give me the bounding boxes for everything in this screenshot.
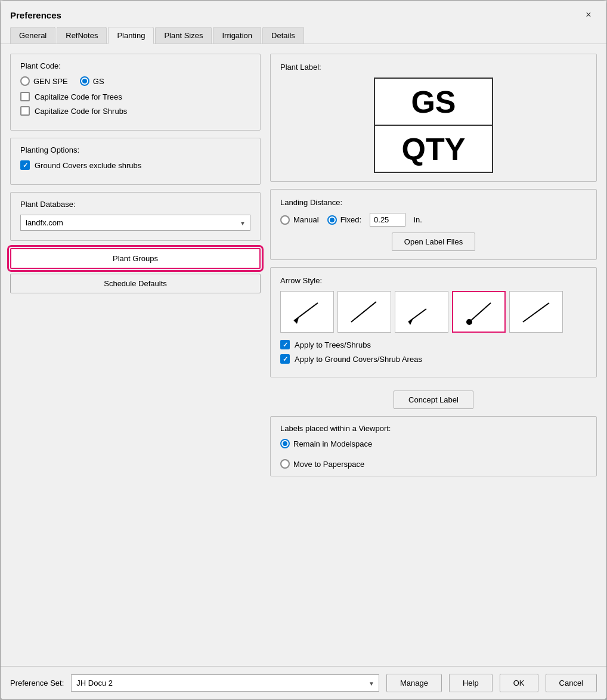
tab-general[interactable]: General bbox=[10, 27, 55, 44]
manual-option[interactable]: Manual bbox=[280, 215, 319, 225]
plant-label-title: Plant Label: bbox=[280, 63, 587, 72]
plant-code-section: Plant Code: GEN SPE GS Capitalize Code f… bbox=[10, 54, 261, 131]
capitalize-shrubs-label: Capitalize Code for Shrubs bbox=[35, 107, 127, 116]
tab-details[interactable]: Details bbox=[262, 27, 304, 44]
svg-line-7 bbox=[523, 303, 549, 322]
main-content: Plant Code: GEN SPE GS Capitalize Code f… bbox=[1, 44, 606, 666]
arrow-style-4[interactable] bbox=[452, 291, 506, 333]
landing-distance-row: Manual Fixed: in. bbox=[280, 213, 587, 227]
plant-label-preview: GS QTY bbox=[374, 78, 493, 173]
move-option[interactable]: Move to Paperspace bbox=[280, 459, 587, 469]
plant-code-radio-group: GEN SPE GS bbox=[20, 76, 250, 86]
apply-trees-option[interactable]: Apply to Trees/Shrubs bbox=[280, 340, 587, 349]
svg-line-5 bbox=[469, 303, 491, 322]
capitalize-shrubs-checkbox[interactable] bbox=[20, 106, 30, 116]
capitalize-trees-label: Capitalize Code for Trees bbox=[35, 92, 122, 101]
manage-button[interactable]: Manage bbox=[386, 674, 442, 692]
bottom-bar: Preference Set: JH Docu 2 Manage Help OK… bbox=[1, 666, 606, 699]
svg-line-2 bbox=[351, 302, 376, 322]
apply-trees-label: Apply to Trees/Shrubs bbox=[295, 340, 371, 349]
concept-label-button[interactable]: Concept Label bbox=[394, 391, 473, 409]
fixed-option[interactable]: Fixed: bbox=[327, 215, 361, 225]
pref-set-label: Preference Set: bbox=[10, 679, 64, 687]
concept-label-wrapper: Concept Label bbox=[270, 385, 597, 409]
manual-label: Manual bbox=[293, 215, 319, 224]
arrow-style-1[interactable] bbox=[280, 291, 334, 333]
plant-label-section: Plant Label: GS QTY bbox=[270, 54, 597, 182]
left-panel: Plant Code: GEN SPE GS Capitalize Code f… bbox=[10, 54, 261, 656]
plant-groups-button[interactable]: Plant Groups bbox=[10, 248, 261, 269]
schedule-defaults-button[interactable]: Schedule Defaults bbox=[10, 274, 261, 293]
svg-point-6 bbox=[466, 319, 472, 325]
ground-covers-option[interactable]: Ground Covers exclude shrubs bbox=[20, 160, 250, 170]
plant-database-section: Plant Database: landfx.com bbox=[10, 192, 261, 241]
plant-code-gs[interactable]: GS bbox=[80, 76, 104, 86]
plant-database-select[interactable]: landfx.com bbox=[20, 215, 250, 231]
tab-bar: General RefNotes Planting Plant Sizes Ir… bbox=[1, 27, 606, 44]
arrow-style-options bbox=[280, 291, 587, 333]
viewport-label: Labels placed within a Viewport: bbox=[280, 424, 587, 433]
tab-planting[interactable]: Planting bbox=[108, 27, 154, 44]
help-button[interactable]: Help bbox=[449, 674, 493, 692]
plant-code-label: Plant Code: bbox=[20, 61, 250, 70]
ground-covers-label: Ground Covers exclude shrubs bbox=[35, 161, 141, 170]
ok-button[interactable]: OK bbox=[500, 674, 538, 692]
action-buttons: Plant Groups Schedule Defaults bbox=[10, 248, 261, 298]
gs-label: GS bbox=[93, 77, 104, 86]
radio-gs[interactable] bbox=[80, 76, 89, 86]
capitalize-trees-option[interactable]: Capitalize Code for Trees bbox=[20, 92, 250, 101]
arrow-style-3[interactable] bbox=[395, 291, 448, 333]
viewport-section: Labels placed within a Viewport: Remain … bbox=[270, 416, 597, 476]
radio-gen-spe[interactable] bbox=[20, 76, 30, 86]
svg-marker-4 bbox=[408, 318, 413, 325]
apply-trees-checkbox[interactable] bbox=[280, 340, 290, 349]
plant-database-label: Plant Database: bbox=[20, 200, 250, 209]
right-panel: Plant Label: GS QTY Landing Distance: Ma… bbox=[270, 54, 597, 656]
landing-distance-label: Landing Distance: bbox=[280, 198, 587, 207]
open-label-files-button[interactable]: Open Label Files bbox=[392, 233, 475, 251]
plant-code-gen-spe[interactable]: GEN SPE bbox=[20, 76, 68, 86]
radio-fixed[interactable] bbox=[327, 215, 337, 225]
radio-remain[interactable] bbox=[280, 439, 290, 448]
remain-option[interactable]: Remain in Modelspace bbox=[280, 439, 587, 448]
planting-options-label: Planting Options: bbox=[20, 145, 250, 154]
tab-irrigation[interactable]: Irrigation bbox=[213, 27, 261, 44]
tab-plant-sizes[interactable]: Plant Sizes bbox=[155, 27, 212, 44]
pref-set-select[interactable]: JH Docu 2 bbox=[71, 674, 379, 692]
remain-label: Remain in Modelspace bbox=[293, 439, 372, 448]
gen-spe-label: GEN SPE bbox=[33, 77, 68, 86]
fixed-unit-label: in. bbox=[414, 215, 422, 224]
arrow-style-section: Arrow Style: bbox=[270, 267, 597, 377]
preferences-dialog: Preferences × General RefNotes Planting … bbox=[0, 0, 607, 700]
arrow-style-2[interactable] bbox=[337, 291, 391, 333]
label-bottom-text: QTY bbox=[375, 126, 492, 172]
apply-ground-label: Apply to Ground Covers/Shrub Areas bbox=[295, 355, 422, 364]
label-top-text: GS bbox=[375, 79, 492, 126]
tab-refnotes[interactable]: RefNotes bbox=[57, 27, 107, 44]
capitalize-shrubs-option[interactable]: Capitalize Code for Shrubs bbox=[20, 106, 250, 116]
fixed-value-input[interactable] bbox=[370, 213, 405, 227]
radio-manual[interactable] bbox=[280, 215, 290, 225]
capitalize-trees-checkbox[interactable] bbox=[20, 92, 30, 101]
radio-move[interactable] bbox=[280, 459, 290, 469]
arrow-style-label: Arrow Style: bbox=[280, 276, 587, 285]
apply-ground-checkbox[interactable] bbox=[280, 354, 290, 364]
close-button[interactable]: × bbox=[580, 7, 597, 23]
ground-covers-checkbox[interactable] bbox=[20, 160, 30, 170]
plant-database-dropdown-wrapper: landfx.com bbox=[20, 215, 250, 231]
move-label: Move to Paperspace bbox=[293, 460, 364, 469]
svg-line-0 bbox=[294, 303, 318, 321]
title-bar: Preferences × bbox=[1, 1, 606, 27]
cancel-button[interactable]: Cancel bbox=[546, 674, 597, 692]
landing-distance-section: Landing Distance: Manual Fixed: in. Open… bbox=[270, 189, 597, 260]
dialog-title: Preferences bbox=[10, 10, 61, 20]
pref-set-dropdown-wrapper: JH Docu 2 bbox=[71, 674, 379, 692]
apply-ground-option[interactable]: Apply to Ground Covers/Shrub Areas bbox=[280, 354, 587, 364]
planting-options-section: Planting Options: Ground Covers exclude … bbox=[10, 138, 261, 185]
fixed-label: Fixed: bbox=[340, 215, 361, 224]
arrow-style-5[interactable] bbox=[509, 291, 563, 333]
